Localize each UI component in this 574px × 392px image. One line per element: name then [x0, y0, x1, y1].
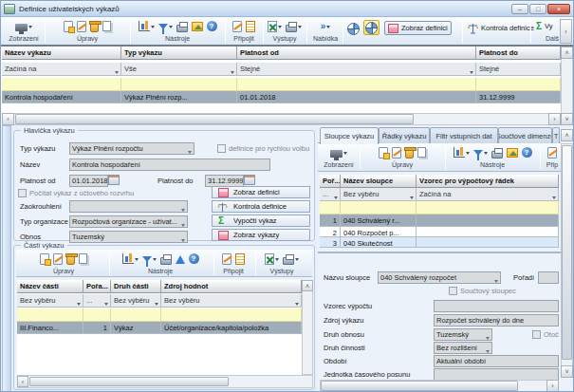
- chart-tools-button[interactable]: [121, 252, 139, 267]
- chart-tools-button[interactable]: [453, 145, 471, 160]
- nazvu-sloupce-select[interactable]: 040 Schválený rozpočet: [378, 271, 501, 284]
- new-record-button[interactable]: [63, 19, 74, 34]
- table-row-selected[interactable]: Kontrola hospodaření Výkaz Plnění rozp..…: [2, 91, 561, 103]
- cell-nazev-vykazu[interactable]: Kontrola hospodaření: [2, 91, 121, 103]
- edit-part-button[interactable]: [52, 252, 64, 267]
- copy-record-button[interactable]: [102, 19, 112, 34]
- hscroll-thumb[interactable]: [29, 377, 229, 386]
- print-tool-button[interactable]: [491, 145, 504, 160]
- filter-tools-button[interactable]: [472, 145, 489, 160]
- platnost-od-field[interactable]: 01.01.2018: [69, 175, 108, 187]
- column-header[interactable]: Vzorec pro výpočtový řádek: [417, 175, 559, 188]
- vzorec-vypoctu-field[interactable]: [434, 300, 559, 312]
- tab-radky-vykazu[interactable]: Řádky výkazu: [379, 127, 430, 143]
- column-header[interactable]: Zdroj hodnot: [161, 280, 302, 293]
- hscroll-thumb[interactable]: [321, 381, 518, 391]
- vypocti-toolbar-button[interactable]: Σ Vy: [533, 20, 556, 32]
- print-tool-button[interactable]: [159, 252, 173, 267]
- table-row-selected[interactable]: III.Financo... 1 Výkaz Účet/organizace/k…: [17, 322, 302, 334]
- zobraz-vykazy-button[interactable]: Zobraz výkazy: [212, 229, 310, 241]
- zaokrouhleni-select[interactable]: [69, 200, 188, 213]
- nazev-field[interactable]: Kontrola hospodaření: [69, 159, 270, 171]
- filter-tools-button[interactable]: [157, 19, 174, 34]
- kontrola-definice-button[interactable]: Kontrola definice: [212, 200, 310, 213]
- otocit-checkbox[interactable]: [532, 330, 541, 339]
- quick-entry-cell[interactable]: [111, 308, 161, 322]
- toolbar-overflow-button[interactable]: ›: [560, 19, 572, 44]
- column-header[interactable]: Název sloupce: [341, 175, 417, 188]
- quick-entry-cell[interactable]: [341, 201, 417, 215]
- column-header[interactable]: Název výkazu: [2, 47, 121, 60]
- tab-scroll-up-button[interactable]: ˄: [561, 129, 573, 141]
- filter-cell[interactable]: ...: [83, 294, 111, 308]
- quick-choice-checkbox[interactable]: [217, 144, 226, 153]
- zdroj-vykazu-field[interactable]: Rozpočet schválený do dne: [434, 314, 559, 327]
- image-tool-button[interactable]: [191, 19, 204, 34]
- typ-vykazu-select[interactable]: Výkaz Plnění rozpočtu: [69, 142, 194, 155]
- column-header[interactable]: Název části: [17, 280, 83, 293]
- column-header[interactable]: Poř...: [320, 175, 341, 188]
- delete-record-button[interactable]: [89, 19, 100, 34]
- cell-poradi[interactable]: 1: [320, 215, 341, 227]
- quick-entry-cell[interactable]: [83, 308, 111, 322]
- close-button[interactable]: ×: [547, 4, 570, 14]
- horizontal-splitter[interactable]: [318, 252, 561, 253]
- cell-poradi[interactable]: 3: [320, 237, 341, 248]
- delete-column-button[interactable]: [404, 145, 415, 160]
- target-toggle-button[interactable]: [346, 21, 361, 36]
- column-header[interactable]: Pořa...: [83, 280, 111, 293]
- delete-part-button[interactable]: [65, 252, 76, 267]
- print-output-button[interactable]: [285, 19, 303, 34]
- cell-typ-vykazu[interactable]: Výkaz Plnění rozp...: [121, 91, 237, 103]
- attach-list-button[interactable]: [234, 252, 246, 267]
- help-button[interactable]: ?: [188, 252, 200, 267]
- zobraz-definici-button[interactable]: Zobraz definici: [212, 186, 310, 198]
- quick-entry-cell[interactable]: [417, 201, 559, 215]
- obdobi-field[interactable]: Aktuální období: [434, 355, 559, 367]
- tab-souctove-dimenze[interactable]: Součtové dimenze: [498, 127, 552, 143]
- attach-note-button[interactable]: [231, 19, 243, 34]
- filter-cell[interactable]: Začíná na: [417, 188, 559, 201]
- tab-filtr-vstupnich-dat[interactable]: Filtr vstupních dat: [430, 127, 498, 143]
- new-part-button[interactable]: [39, 252, 50, 267]
- filter-cell[interactable]: Stejné: [476, 63, 561, 76]
- filter-cell[interactable]: Bez výběru: [161, 294, 302, 308]
- minimize-button[interactable]: –: [511, 4, 528, 14]
- quick-entry-cell[interactable]: [320, 201, 341, 215]
- copy-part-button[interactable]: [78, 252, 88, 267]
- quick-entry-cell[interactable]: [161, 308, 302, 322]
- new-column-button[interactable]: [378, 145, 389, 160]
- cell-nazev-casti[interactable]: III.Financo...: [17, 322, 83, 334]
- quick-entry-cell[interactable]: [2, 78, 121, 91]
- help-button[interactable]: ?: [206, 19, 218, 34]
- filter-cell[interactable]: Začíná na: [2, 63, 121, 76]
- filter-cell[interactable]: Bez výběru: [17, 294, 83, 308]
- view-mode-button[interactable]: [14, 19, 33, 34]
- druh-obnosu-select[interactable]: Tuzemský: [434, 328, 492, 341]
- filter-cell[interactable]: Bez výběru: [111, 294, 161, 308]
- copy-column-button[interactable]: [417, 145, 427, 160]
- quick-entry-cell[interactable]: [121, 78, 237, 91]
- kontrola-definice-toolbar-button[interactable]: Kontrola definice: [465, 21, 537, 35]
- scroll-left-button[interactable]: ‹: [2, 113, 14, 125]
- typ-organizace-select[interactable]: Rozpočtová organizace - uživat...: [69, 215, 188, 228]
- column-header[interactable]: Typ výkazu: [121, 47, 237, 60]
- vypocti-vykaz-button[interactable]: ΣVypočti výkaz: [212, 215, 310, 227]
- image-tool-button[interactable]: [506, 145, 519, 160]
- export-excel-button[interactable]: [264, 252, 280, 267]
- calendar-button[interactable]: [244, 175, 255, 185]
- druh-cinnosti-select[interactable]: Bez rozlišení: [434, 342, 492, 354]
- scroll-up-button[interactable]: ˄: [302, 280, 313, 291]
- collapsed-splitter[interactable]: [2, 125, 11, 392]
- column-header[interactable]: Platnost od: [237, 47, 476, 60]
- cell-zdroj-hodnot[interactable]: Účet/organizace/kapitola/položka: [161, 322, 302, 334]
- target-toggle-button-active[interactable]: [363, 20, 380, 35]
- scroll-left-button[interactable]: ‹: [17, 376, 28, 387]
- scroll-right-button[interactable]: ›: [546, 380, 559, 392]
- cell-platnost-od[interactable]: 01.01.2018: [237, 91, 476, 103]
- print-output-button[interactable]: [282, 252, 300, 267]
- print-tool-button[interactable]: [176, 19, 189, 34]
- vscroll-thumb[interactable]: [562, 145, 572, 360]
- cell-vzorec[interactable]: [417, 215, 559, 227]
- attach-note-button[interactable]: [546, 145, 558, 160]
